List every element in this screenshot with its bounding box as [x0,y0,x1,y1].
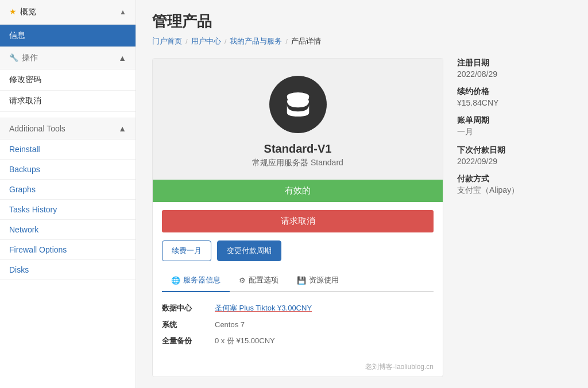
tab-resource-usage[interactable]: 💾 资源使用 [288,269,348,292]
sidebar-item-tasks-history[interactable]: Tasks History [0,200,136,220]
tabs-bar: 🌐 服务器信息 ⚙ 配置选项 💾 资源使用 [162,269,434,292]
sidebar-overview-section[interactable]: 概览 ▲ [0,0,136,25]
breadcrumb-products[interactable]: 我的产品与服务 [230,36,282,46]
cancel-button[interactable]: 请求取消 [162,210,434,232]
sidebar-item-graphs[interactable]: Graphs [0,180,136,200]
product-name: Standard-V1 [264,142,332,156]
tab-labels: 数据中心 系统 全量备份 [162,300,192,350]
tab-server-info[interactable]: 🌐 服务器信息 [162,269,230,292]
sidebar-overview-label: 概览 [9,7,36,17]
config-icon: ⚙ [239,276,246,285]
payment-method-row: 付款方式 支付宝（Alipay） [457,174,572,196]
info-panel: 注册日期 2022/08/29 续约价格 ¥15.84CNY 账单周期 一月 下… [457,58,572,377]
globe-icon: 🌐 [171,276,180,285]
sidebar-item-reinstall[interactable]: Reinstall [0,139,136,160]
chevron-up-icon: ▲ [119,8,126,16]
change-period-button[interactable]: 变更付款周期 [217,240,281,261]
registration-date-row: 注册日期 2022/08/29 [457,58,572,79]
tab-data-row: 数据中心 系统 全量备份 圣何塞 Plus Tiktok ¥3.00CNY Ce… [162,300,434,350]
status-bar: 有效的 [153,180,443,202]
watermark: 老刘博客-laoliublog.cn [153,358,443,377]
datacenter-value: 圣何塞 Plus Tiktok ¥3.00CNY [215,300,312,317]
sidebar-item-disks[interactable]: Disks [0,260,136,280]
product-card: Standard-V1 常规应用服务器 Standard 有效的 请求取消 续费… [152,58,443,377]
breadcrumb-user-center[interactable]: 用户中心 [191,36,221,46]
action-buttons: 续费一月 变更付款周期 [153,232,443,269]
next-payment-row: 下次付款日期 2022/09/29 [457,145,572,166]
backup-value: 0 x 份 ¥15.00CNY [215,333,312,350]
breadcrumb-portal[interactable]: 门户首页 [152,36,182,46]
sidebar-item-info[interactable]: 信息 [0,25,136,46]
product-image-area: Standard-V1 常规应用服务器 Standard [153,59,443,180]
sidebar-actions-label: 操作 [9,53,38,63]
sidebar: 概览 ▲ 信息 操作 ▲ 修改密码 请求取消 Additional Tools … [0,0,136,388]
breadcrumb-sep-2: / [225,37,227,46]
database-icon [282,88,314,121]
sidebar-item-network[interactable]: Network [0,220,136,240]
resource-icon: 💾 [297,276,306,285]
sidebar-actions-section[interactable]: 操作 ▲ [0,46,136,69]
breadcrumb-sep-1: / [185,37,188,46]
main-content: 管理产品 门户首页 / 用户中心 / 我的产品与服务 / 产品详情 [136,0,588,388]
product-description: 常规应用服务器 Standard [252,158,343,168]
additional-tools-label: Additional Tools [9,124,65,133]
chevron-up-icon-tools: ▲ [118,124,126,133]
tab-config-options[interactable]: ⚙ 配置选项 [230,269,288,292]
chevron-up-icon-actions: ▲ [118,53,126,63]
wrench-icon [9,53,22,62]
sidebar-additional-tools-section[interactable]: Additional Tools ▲ [0,118,136,139]
star-icon [9,7,20,16]
sidebar-item-backups[interactable]: Backups [0,160,136,180]
content-area: Standard-V1 常规应用服务器 Standard 有效的 请求取消 续费… [152,58,572,377]
product-icon [269,76,327,133]
breadcrumb-sep-3: / [285,37,288,46]
system-value: Centos 7 [215,317,312,333]
sidebar-item-firewall-options[interactable]: Firewall Options [0,240,136,260]
tab-content: 数据中心 系统 全量备份 圣何塞 Plus Tiktok ¥3.00CNY Ce… [153,292,443,358]
renew-button[interactable]: 续费一月 [162,240,211,261]
page-title: 管理产品 [152,11,572,32]
renewal-price-row: 续约价格 ¥15.84CNY [457,87,572,107]
sidebar-item-request-cancel[interactable]: 请求取消 [0,91,136,112]
tab-values: 圣何塞 Plus Tiktok ¥3.00CNY Centos 7 0 x 份 … [215,300,312,350]
breadcrumb-current: 产品详情 [291,36,321,46]
breadcrumb: 门户首页 / 用户中心 / 我的产品与服务 / 产品详情 [152,36,572,46]
billing-cycle-row: 账单周期 一月 [457,115,572,137]
sidebar-item-change-password[interactable]: 修改密码 [0,69,136,91]
